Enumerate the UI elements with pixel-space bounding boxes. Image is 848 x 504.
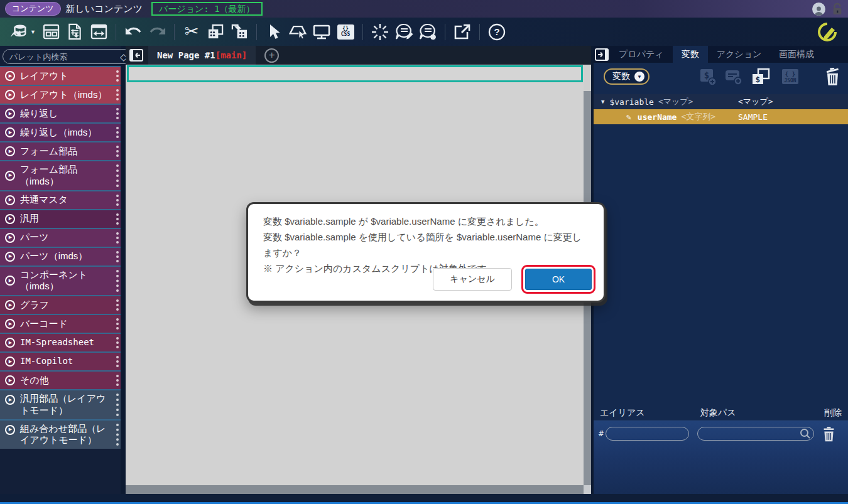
cut-button[interactable]: ✂ — [180, 20, 204, 44]
window-bottom-border — [0, 494, 848, 504]
variable-row-root[interactable]: ▼ $variable <マップ> <マップ> — [594, 94, 848, 109]
drag-handle[interactable] — [116, 424, 119, 446]
inspector-panel: プロパティ 変数 アクション 画面構成 変数 ▼ $ — [594, 46, 848, 494]
palette-item-other[interactable]: ▶その他 — [0, 370, 121, 389]
scissors-icon: ✂ — [185, 23, 199, 40]
palette-item-im-copilot[interactable]: ▶IM-Copilot — [0, 351, 121, 370]
palette-item-general[interactable]: ▶汎用 — [0, 209, 121, 228]
palette-item-barcode[interactable]: ▶バーコード — [0, 314, 121, 333]
target-path-input[interactable] — [697, 427, 814, 441]
tab-variables[interactable]: 変数 — [673, 46, 708, 63]
play-icon: ▶ — [5, 214, 15, 224]
drag-handle[interactable] — [116, 394, 119, 416]
paste-icon — [231, 24, 248, 40]
drag-handle[interactable] — [116, 146, 119, 157]
palette-item-graph[interactable]: ▶グラフ — [0, 295, 121, 314]
layout-template-button[interactable] — [39, 20, 63, 44]
help-icon: ? — [488, 23, 506, 41]
palette-item-parts-imds[interactable]: ▶パーツ（imds） — [0, 247, 121, 265]
select-tool-button[interactable] — [262, 20, 286, 44]
open-new-window-button[interactable] — [450, 20, 474, 44]
user-avatar[interactable] — [812, 3, 825, 16]
region-cursor-icon — [288, 24, 307, 40]
copy-variables-button[interactable]: $ — [751, 68, 771, 87]
collapse-inspector-button[interactable] — [594, 46, 610, 63]
undo-button[interactable] — [121, 20, 145, 44]
external-link-icon — [454, 23, 471, 40]
drag-handle[interactable] — [116, 318, 119, 330]
comment-settings-button[interactable] — [416, 20, 440, 44]
drag-handle[interactable] — [116, 127, 119, 138]
drag-handle[interactable] — [116, 195, 119, 206]
variable-scope-dropdown[interactable]: 変数 ▼ — [604, 68, 650, 85]
drag-handle[interactable] — [116, 270, 119, 292]
tab-properties[interactable]: プロパティ — [610, 46, 673, 63]
drag-handle[interactable] — [116, 251, 119, 262]
delete-alias-button[interactable] — [822, 427, 835, 442]
edit-pencil-icon[interactable]: ✎ — [626, 112, 631, 122]
svg-text:$: $ — [756, 75, 761, 84]
selected-row-element[interactable] — [127, 65, 583, 82]
export-sheet-button[interactable] — [63, 20, 87, 44]
drag-handle[interactable] — [116, 232, 119, 244]
copy-button[interactable] — [204, 20, 227, 44]
palette-item-combined-layout-mode[interactable]: ▶組み合わせ部品（レイアウトモード） — [0, 419, 121, 449]
play-icon: ▶ — [5, 171, 15, 181]
resize-width-button[interactable] — [87, 20, 111, 44]
tab-screen-structure[interactable]: 画面構成 — [770, 46, 823, 63]
drag-handle[interactable] — [116, 213, 119, 225]
comment-edit-button[interactable] — [392, 20, 416, 44]
redo-icon — [148, 24, 166, 40]
palette-item-im-spreadsheet[interactable]: ▶IM-Spreadsheet — [0, 333, 121, 351]
preview-button[interactable] — [310, 20, 334, 44]
drag-handle[interactable] — [116, 299, 119, 311]
palette-search-input[interactable] — [9, 52, 120, 62]
variable-row-username[interactable]: ✎ userName <文字列> SAMPLE — [594, 109, 848, 124]
json-view-button[interactable]: { } JSON — [781, 68, 800, 85]
dialog-message-line2: 変数 $variable.sample を使用している箇所を $variable… — [263, 229, 589, 260]
palette-item-form-parts[interactable]: ▶フォーム部品 — [0, 141, 121, 160]
palette-item-form-parts-imds[interactable]: ▶フォーム部品（imds） — [0, 160, 121, 190]
palette-item-component-imds[interactable]: ▶コンポーネント（imds） — [0, 265, 121, 296]
drag-handle[interactable] — [116, 89, 119, 100]
tab-actions[interactable]: アクション — [708, 46, 771, 63]
palette-item-general-layout-mode[interactable]: ▶汎用部品（レイアウトモード） — [0, 389, 121, 419]
collapse-palette-button[interactable] — [128, 47, 144, 63]
drag-handle[interactable] — [116, 108, 119, 119]
redo-button[interactable] — [145, 20, 169, 44]
refresh-burst-button[interactable] — [368, 20, 392, 44]
drag-handle[interactable] — [116, 164, 119, 187]
region-select-tool-button[interactable] — [286, 20, 310, 44]
help-button[interactable]: ? — [485, 20, 509, 44]
add-page-button[interactable]: + — [264, 48, 279, 63]
unlock-icon[interactable] — [832, 3, 843, 15]
drag-handle[interactable] — [116, 356, 119, 367]
paste-button[interactable] — [227, 20, 251, 44]
add-variable-button[interactable]: $ — [699, 68, 717, 87]
page-tab-new-page-1[interactable]: New Page #1[main] — [148, 46, 256, 65]
palette-item-repeat[interactable]: ▶繰り返し — [0, 104, 121, 122]
add-map-button[interactable] — [724, 68, 743, 87]
alias-input[interactable] — [606, 427, 689, 441]
ok-button[interactable]: OK — [525, 269, 592, 290]
svg-text:JSON: JSON — [784, 78, 796, 83]
palette-item-layout-imds[interactable]: ▶レイアウト（imds） — [0, 85, 121, 104]
palette-item-common-master[interactable]: ▶共通マスタ — [0, 190, 121, 209]
palette-item-layout[interactable]: ▶レイアウト — [0, 66, 121, 85]
search-icon[interactable] — [800, 428, 811, 439]
palette-item-parts[interactable]: ▶パーツ — [0, 228, 121, 247]
palette-item-repeat-imds[interactable]: ▶繰り返し（imds） — [0, 122, 121, 141]
palette-search-field[interactable]: ◇ — [3, 49, 132, 64]
drag-handle[interactable] — [116, 70, 119, 82]
toolbar-separator — [445, 24, 445, 40]
css-edit-button[interactable]: {} CSS — [334, 20, 357, 44]
main-toolbar: ▼ — [0, 18, 848, 46]
drag-handle[interactable] — [116, 337, 119, 348]
save-content-button[interactable]: ▼ — [6, 20, 39, 44]
delete-variable-button[interactable] — [825, 68, 840, 87]
expand-icon[interactable]: ▼ — [601, 99, 604, 105]
edit-mode-pencil-icon[interactable] — [817, 21, 838, 43]
play-icon: ▶ — [5, 195, 15, 205]
cancel-button[interactable]: キャンセル — [433, 268, 512, 291]
drag-handle[interactable] — [116, 375, 119, 386]
